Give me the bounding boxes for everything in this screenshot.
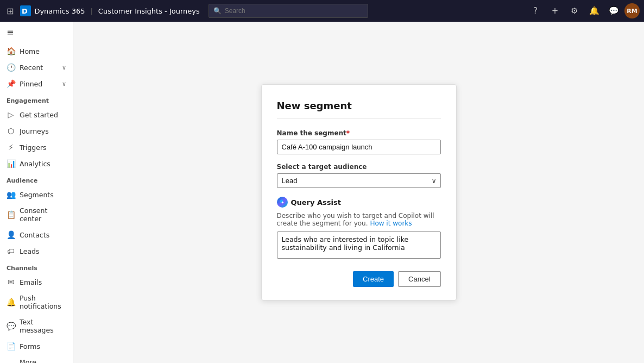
sidebar-item-forms[interactable]: 📄 Forms — [0, 338, 73, 354]
settings-icon[interactable]: ⚙ — [566, 2, 583, 20]
play-icon: ▷ — [7, 110, 15, 119]
audience-select[interactable]: Lead Contact — [277, 173, 441, 188]
sidebar-item-get-started[interactable]: ▷ Get started — [0, 107, 73, 123]
topbar-icons: ? + ⚙ 🔔 💬 RM — [527, 2, 640, 20]
pin-icon: 📌 — [7, 79, 15, 88]
query-assist-textarea[interactable]: Leads who are interested in topic like s… — [277, 231, 441, 259]
sidebar-item-more-channels[interactable]: ⋯ More channels — [0, 354, 73, 363]
dialog-divider — [277, 118, 441, 118]
audience-label: Select a target audience — [277, 163, 441, 171]
sidebar-home-label: Home — [20, 47, 40, 55]
hamburger-button[interactable]: ≡ — [0, 22, 73, 43]
recent-icon: 🕐 — [7, 63, 15, 72]
dialog-footer: Create Cancel — [277, 271, 441, 287]
query-assist-header: ✦ Query Assist — [277, 197, 441, 208]
sidebar-journeys-label: Journeys — [20, 127, 49, 135]
svg-text:✦: ✦ — [281, 201, 284, 205]
name-field-group: Name the segment* — [277, 129, 441, 154]
sidebar-contacts-label: Contacts — [20, 231, 49, 239]
audience-select-wrapper: Lead Contact ∨ — [277, 173, 441, 188]
sidebar-item-contacts[interactable]: 👤 Contacts — [0, 227, 73, 243]
query-assist-section: ✦ Query Assist Describe who you wish to … — [277, 197, 441, 260]
sidebar-item-home[interactable]: 🏠 Home — [0, 43, 73, 59]
recent-chevron: ∨ — [62, 64, 66, 71]
email-icon: ✉ — [7, 278, 15, 286]
sidebar-consent-label: Consent center — [20, 206, 66, 223]
audience-field-group: Select a target audience Lead Contact ∨ — [277, 163, 441, 188]
apps-icon[interactable]: ⊞ — [4, 4, 16, 18]
sidebar-item-leads[interactable]: 🏷 Leads — [0, 243, 73, 259]
notifications-icon[interactable]: 🔔 — [585, 2, 603, 20]
sidebar-segments-label: Segments — [20, 191, 54, 199]
svg-text:D: D — [22, 7, 28, 15]
sidebar-item-emails[interactable]: ✉ Emails — [0, 274, 73, 290]
sidebar-item-pinned[interactable]: 📌 Pinned ∨ — [0, 76, 73, 92]
query-assist-label: Query Assist — [291, 198, 341, 206]
new-segment-dialog: New segment Name the segment* Select a t… — [261, 84, 457, 301]
sidebar-emails-label: Emails — [20, 278, 42, 286]
avatar[interactable]: RM — [624, 3, 640, 18]
how-it-works-link[interactable]: How it works — [370, 220, 412, 227]
sidebar-get-started-label: Get started — [20, 111, 58, 119]
name-input[interactable] — [277, 140, 441, 154]
sidebar-triggers-label: Triggers — [20, 143, 47, 152]
brand: D Dynamics 365 — [20, 5, 85, 16]
sidebar-forms-label: Forms — [20, 342, 40, 351]
search-bar[interactable]: 🔍 — [209, 4, 368, 18]
query-assist-icon: ✦ — [277, 197, 288, 208]
dynamics-logo: D — [20, 5, 31, 16]
section-channels: Channels — [0, 259, 73, 274]
dialog-title: New segment — [277, 100, 441, 111]
topbar: ⊞ D Dynamics 365 | Customer Insights - J… — [0, 0, 644, 22]
sidebar: ≡ 🏠 Home 🕐 Recent ∨ 📌 Pinned ∨ Engagemen… — [0, 22, 73, 363]
query-assist-desc: Describe who you wish to target and Copi… — [277, 212, 441, 227]
sidebar-item-consent[interactable]: 📋 Consent center — [0, 203, 73, 227]
add-icon[interactable]: + — [546, 2, 564, 20]
analytics-icon: 📊 — [7, 159, 15, 168]
consent-icon: 📋 — [7, 210, 15, 219]
sidebar-item-triggers[interactable]: ⚡ Triggers — [0, 139, 73, 155]
chat-icon[interactable]: 💬 — [605, 2, 622, 20]
forms-icon: 📄 — [7, 342, 15, 351]
triggers-icon: ⚡ — [7, 143, 15, 152]
create-button[interactable]: Create — [353, 271, 394, 287]
sidebar-item-analytics[interactable]: 📊 Analytics — [0, 155, 73, 172]
push-icon: 🔔 — [7, 298, 15, 306]
sidebar-recent-label: Recent — [20, 64, 43, 72]
leads-icon: 🏷 — [7, 247, 15, 255]
sidebar-analytics-label: Analytics — [20, 160, 50, 168]
sidebar-item-segments[interactable]: 👥 Segments — [0, 186, 73, 203]
section-engagement: Engagement — [0, 92, 73, 107]
sidebar-more-label: More channels — [20, 358, 66, 363]
app-name: Customer Insights - Journeys — [98, 7, 200, 15]
segments-icon: 👥 — [7, 190, 15, 199]
sidebar-item-push[interactable]: 🔔 Push notifications — [0, 290, 73, 314]
pinned-chevron: ∨ — [62, 80, 66, 87]
section-audience: Audience — [0, 172, 73, 186]
main-layout: ≡ 🏠 Home 🕐 Recent ∨ 📌 Pinned ∨ Engagemen… — [0, 22, 644, 363]
sidebar-item-text[interactable]: 💬 Text messages — [0, 314, 73, 338]
sidebar-pinned-label: Pinned — [20, 80, 42, 88]
content-area: New segment Name the segment* Select a t… — [73, 22, 644, 363]
cancel-button[interactable]: Cancel — [398, 271, 440, 287]
sidebar-text-label: Text messages — [20, 318, 66, 334]
name-required: * — [346, 129, 350, 137]
sidebar-item-journeys[interactable]: ⬡ Journeys — [0, 123, 73, 139]
text-icon: 💬 — [7, 322, 15, 330]
contacts-icon: 👤 — [7, 230, 15, 239]
sidebar-leads-label: Leads — [20, 247, 40, 255]
sidebar-item-recent[interactable]: 🕐 Recent ∨ — [0, 59, 73, 76]
journeys-icon: ⬡ — [7, 127, 15, 135]
brand-label: Dynamics 365 — [34, 7, 85, 15]
home-icon: 🏠 — [7, 47, 15, 55]
search-icon: 🔍 — [213, 7, 222, 15]
brand-divider: | — [90, 7, 92, 15]
search-input[interactable] — [225, 7, 363, 15]
name-label: Name the segment* — [277, 129, 441, 137]
sidebar-push-label: Push notifications — [20, 294, 66, 310]
help-icon[interactable]: ? — [527, 2, 544, 20]
